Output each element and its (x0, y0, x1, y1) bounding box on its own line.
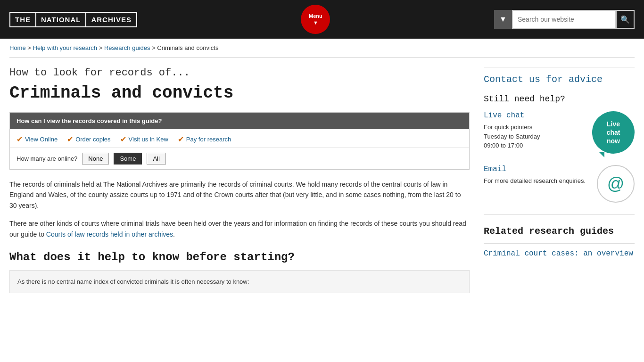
records-options: ✔ View Online ✔ Order copies ✔ Visit us … (10, 129, 469, 148)
info-box-text: As there is no central name index of con… (17, 277, 462, 287)
online-filter: How many are online? None Some All (10, 148, 469, 169)
records-box-header: How can I view the records covered in th… (10, 113, 469, 129)
live-chat-text: Live chat For quick pointers Tuesday to … (484, 111, 585, 150)
pay-research-link[interactable]: Pay for research (186, 136, 231, 143)
search-icon: 🔍 (620, 15, 630, 24)
checkmark-icon: ✔ (120, 135, 126, 144)
live-chat-desc-line3: 09:00 to 17:00 (484, 141, 585, 150)
top-divider (9, 57, 635, 58)
filter-none-button[interactable]: None (82, 153, 109, 165)
live-chat-desc-line1: For quick pointers (484, 123, 585, 132)
live-chat-bubble[interactable]: Live chat now (592, 111, 635, 154)
order-copies-link[interactable]: Order copies (75, 136, 110, 143)
logo-part-archives: ARCHIVES (86, 13, 136, 26)
visit-kew-option: ✔ Visit us in Kew (120, 135, 168, 144)
visit-kew-link[interactable]: Visit us in Kew (129, 136, 168, 143)
page-wrap: How to look for records of... Criminals … (0, 62, 644, 307)
body-para-1: The records of criminals held at The Nat… (9, 179, 470, 211)
search-area: ▼ 🔍 (494, 10, 635, 29)
checkmark-icon: ✔ (178, 135, 184, 144)
menu-button[interactable]: Menu ▼ (301, 5, 330, 34)
dropdown-icon: ▼ (499, 15, 507, 24)
main-content: How to look for records of... Criminals … (9, 62, 470, 307)
site-logo[interactable]: THE NATIONAL ARCHIVES (9, 12, 137, 27)
pay-research-option: ✔ Pay for research (178, 135, 231, 144)
logo-part-the: THE (10, 13, 36, 26)
live-chat-bubble-line1: Live (607, 120, 620, 128)
email-description: For more detailed research enquiries. (484, 176, 589, 186)
breadcrumb-current: Criminals and convicts (157, 44, 218, 51)
contact-advice-link[interactable]: Contact us for advice (484, 74, 635, 85)
view-online-link[interactable]: View Online (25, 136, 58, 143)
info-box: As there is no central name index of con… (9, 270, 470, 294)
still-need-help-heading: Still need help? (484, 94, 635, 104)
page-title: Criminals and convicts (9, 83, 470, 103)
breadcrumb-help[interactable]: Help with your research (33, 44, 98, 51)
email-link[interactable]: Email (484, 165, 589, 173)
body-para-2: There are other kinds of courts where cr… (9, 218, 470, 239)
logo-part-national: NATIONAL (36, 13, 86, 26)
filter-all-button[interactable]: All (147, 153, 165, 165)
courts-link[interactable]: Courts of law records held in other arch… (46, 230, 173, 238)
live-chat-description: For quick pointers Tuesday to Saturday 0… (484, 123, 585, 150)
live-chat-desc-line2: Tuesday to Saturday (484, 132, 585, 141)
menu-label: Menu (309, 13, 322, 19)
breadcrumb-research-guides[interactable]: Research guides (104, 44, 150, 51)
checkmark-icon: ✔ (17, 135, 23, 144)
related-guide-link-1[interactable]: Criminal court cases: an overview (484, 243, 635, 258)
checkmark-icon: ✔ (67, 135, 73, 144)
menu-chevron-icon: ▼ (313, 20, 318, 25)
view-online-option: ✔ View Online (17, 135, 58, 144)
records-box: How can I view the records covered in th… (9, 112, 470, 170)
order-copies-option: ✔ Order copies (67, 135, 110, 144)
filter-some-button[interactable]: Some (114, 153, 142, 165)
related-guides-heading: Related research guides (484, 226, 635, 237)
search-submit-button[interactable]: 🔍 (616, 10, 635, 29)
contact-divider (484, 67, 635, 67)
live-chat-bubble-line3: now (607, 137, 620, 145)
breadcrumb-home[interactable]: Home (9, 44, 26, 51)
live-chat-bubble-line2: chat (607, 128, 620, 137)
page-subtitle: How to look for records of... (9, 67, 470, 79)
live-chat-section: Live chat For quick pointers Tuesday to … (484, 111, 635, 154)
search-input[interactable] (512, 10, 616, 29)
email-section: Email For more detailed research enquiri… (484, 165, 635, 214)
email-icon: @ (597, 165, 635, 203)
live-chat-link[interactable]: Live chat (484, 111, 585, 120)
at-sign-icon: @ (607, 174, 625, 194)
search-toggle-button[interactable]: ▼ (494, 10, 512, 29)
breadcrumb: Home > Help with your research > Researc… (0, 39, 644, 57)
email-text: Email For more detailed research enquiri… (484, 165, 589, 186)
filter-label: How many are online? (17, 155, 77, 162)
section2-heading: What does it help to know before startin… (9, 251, 470, 263)
sidebar: Contact us for advice Still need help? L… (484, 62, 635, 307)
site-header: THE NATIONAL ARCHIVES Menu ▼ ▼ 🔍 (0, 0, 644, 39)
